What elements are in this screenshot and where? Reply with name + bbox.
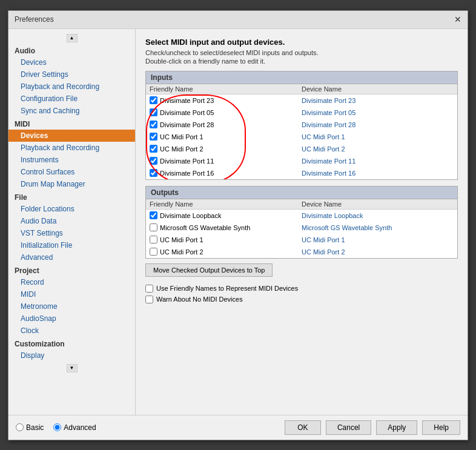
sidebar-item-file-advanced[interactable]: Advanced [8, 251, 135, 263]
input-checkbox-3[interactable] [150, 133, 157, 141]
output-checkbox-2[interactable] [150, 236, 157, 243]
radio-basic[interactable] [16, 423, 24, 431]
input-friendly-3: UC Midi Port 1 [150, 133, 302, 141]
outputs-table-header: Friendly Name Device Name [146, 199, 457, 210]
output-row-1: Microsoft GS Wavetable Synth Microsoft G… [146, 222, 457, 234]
inputs-col-device: Device Name [302, 85, 454, 93]
output-friendly-1: Microsoft GS Wavetable Synth [150, 223, 302, 231]
outputs-col-friendly: Friendly Name [150, 200, 302, 208]
sidebar-item-proj-metronome[interactable]: Metronome [8, 300, 135, 313]
section-header-midi: MIDI [8, 117, 135, 130]
input-checkbox-2[interactable] [150, 121, 157, 128]
dialog-footer: Basic Advanced OK Cancel Apply Help [8, 415, 468, 440]
cancel-button[interactable]: Cancel [326, 420, 371, 435]
dialog-title: Preferences [15, 15, 54, 24]
input-row-2: Divisimate Port 28 Divisimate Port 28 [146, 119, 457, 131]
output-friendly-0: Divisimate Loopback [150, 211, 302, 219]
inputs-table-body: Divisimate Port 23 Divisimate Port 23 Di… [146, 94, 457, 179]
radio-advanced-label[interactable]: Advanced [53, 423, 96, 432]
input-friendly-6: Divisimate Port 16 [150, 169, 302, 177]
radio-advanced[interactable] [53, 423, 61, 431]
output-checkbox-1[interactable] [150, 223, 157, 231]
input-checkbox-6[interactable] [150, 169, 157, 177]
sidebar-item-midi-control[interactable]: Control Surfaces [8, 166, 135, 178]
scroll-up-area: ▲ [8, 31, 135, 44]
sidebar-item-midi-playback[interactable]: Playback and Recording [8, 142, 135, 154]
outputs-section-box: Outputs Friendly Name Device Name Divisi… [145, 186, 458, 259]
warn-no-midi-checkbox[interactable] [145, 296, 153, 303]
input-row-5: Divisimate Port 11 Divisimate Port 11 [146, 155, 457, 167]
sidebar-item-cust-display[interactable]: Display [8, 349, 135, 362]
inputs-col-friendly: Friendly Name [150, 85, 302, 93]
main-desc2: Double-click on a friendly name to edit … [145, 58, 458, 65]
use-friendly-names-checkbox[interactable] [145, 285, 153, 293]
use-friendly-names-row: Use Friendly Names to Represent MIDI Dev… [145, 285, 458, 293]
outputs-header: Outputs [146, 187, 457, 199]
section-header-project: Project [8, 263, 135, 276]
apply-button[interactable]: Apply [376, 420, 417, 435]
output-checkbox-3[interactable] [150, 248, 157, 256]
sidebar: ▲ Audio Devices Driver Settings Playback… [8, 29, 136, 415]
main-desc1: Check/uncheck to select/deselect MIDI in… [145, 49, 458, 56]
sidebar-item-proj-midi[interactable]: MIDI [8, 288, 135, 300]
input-friendly-4: UC Midi Port 2 [150, 145, 302, 153]
output-row-0: Divisimate Loopback Divisimate Loopback [146, 210, 457, 222]
sidebar-item-audio-driver[interactable]: Driver Settings [8, 68, 135, 81]
main-title: Select MIDI input and output devices. [145, 38, 458, 47]
output-checkbox-0[interactable] [150, 211, 157, 219]
section-header-audio: Audio [8, 44, 135, 56]
sidebar-item-proj-clock[interactable]: Clock [8, 325, 135, 337]
help-button[interactable]: Help [422, 420, 460, 435]
section-header-customization: Customization [8, 337, 135, 349]
input-friendly-2: Divisimate Port 28 [150, 121, 302, 128]
input-friendly-5: Divisimate Port 11 [150, 157, 302, 165]
scroll-down-area: ▼ [8, 362, 135, 374]
footer-left: Basic Advanced [16, 423, 96, 432]
sidebar-item-audio-sync[interactable]: Sync and Caching [8, 105, 135, 117]
radio-basic-text: Basic [26, 423, 44, 432]
input-friendly-0: Divisimate Port 23 [150, 96, 302, 104]
move-checked-btn[interactable]: Move Checked Output Devices to Top [145, 263, 273, 277]
inputs-table-header: Friendly Name Device Name [146, 84, 457, 94]
sidebar-item-audio-devices[interactable]: Devices [8, 56, 135, 68]
input-checkbox-0[interactable] [150, 96, 157, 104]
sidebar-item-audio-config[interactable]: Configuration File [8, 93, 135, 105]
input-checkbox-1[interactable] [150, 108, 157, 116]
input-friendly-1: Divisimate Port 05 [150, 108, 302, 116]
use-friendly-names-label: Use Friendly Names to Represent MIDI Dev… [156, 285, 298, 292]
sidebar-item-midi-devices[interactable]: Devices [8, 130, 135, 142]
sidebar-item-audio-playback[interactable]: Playback and Recording [8, 81, 135, 93]
section-header-file: File [8, 190, 135, 203]
radio-basic-label[interactable]: Basic [16, 423, 44, 432]
input-row-0: Divisimate Port 23 Divisimate Port 23 [146, 94, 457, 107]
sidebar-item-midi-instruments[interactable]: Instruments [8, 154, 135, 166]
sidebar-item-midi-drum[interactable]: Drum Map Manager [8, 178, 135, 190]
warn-no-midi-row: Warn About No MIDI Devices [145, 296, 458, 303]
scroll-up-button[interactable]: ▲ [67, 34, 78, 42]
input-row-4: UC Midi Port 2 UC Midi Port 2 [146, 143, 457, 155]
sidebar-item-file-vst[interactable]: VST Settings [8, 227, 135, 239]
sidebar-item-file-init[interactable]: Initialization File [8, 239, 135, 251]
output-friendly-2: UC Midi Port 1 [150, 236, 302, 243]
sidebar-item-file-folder[interactable]: Folder Locations [8, 203, 135, 215]
input-row-1: Divisimate Port 05 Divisimate Port 05 [146, 107, 457, 119]
title-bar: Preferences ✕ [8, 11, 468, 29]
sidebar-item-file-audio[interactable]: Audio Data [8, 215, 135, 227]
sidebar-item-proj-record[interactable]: Record [8, 276, 135, 288]
close-button[interactable]: ✕ [454, 15, 461, 24]
warn-no-midi-label: Warn About No MIDI Devices [156, 296, 243, 303]
ok-button[interactable]: OK [285, 420, 321, 435]
inputs-section-box: Inputs Friendly Name Device Name [145, 71, 458, 180]
radio-advanced-text: Advanced [64, 423, 96, 432]
main-content: Select MIDI input and output devices. Ch… [136, 29, 468, 415]
output-row-3: UC Midi Port 2 UC Midi Port 2 [146, 246, 457, 258]
footer-buttons: OK Cancel Apply Help [285, 420, 460, 435]
outputs-col-device: Device Name [302, 200, 454, 208]
sidebar-item-proj-audiosnap[interactable]: AudioSnap [8, 313, 135, 325]
input-row-6: Divisimate Port 16 Divisimate Port 16 [146, 167, 457, 179]
input-checkbox-5[interactable] [150, 157, 157, 165]
input-row-3: UC Midi Port 1 UC Midi Port 1 [146, 131, 457, 143]
scroll-down-button[interactable]: ▼ [67, 364, 78, 372]
output-friendly-3: UC Midi Port 2 [150, 248, 302, 256]
input-checkbox-4[interactable] [150, 145, 157, 153]
